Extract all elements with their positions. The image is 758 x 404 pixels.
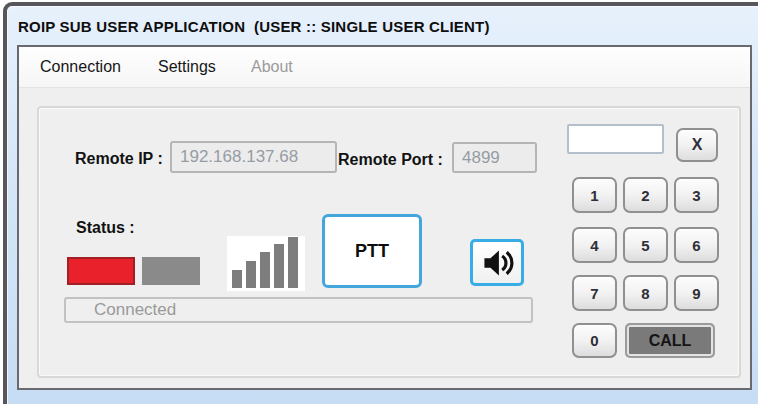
remote-port-label: Remote Port :: [338, 151, 443, 169]
signal-bar: [232, 270, 242, 288]
keypad-key-6[interactable]: 6: [674, 227, 719, 263]
keypad-key-8[interactable]: 8: [623, 275, 668, 311]
keypad-display-input[interactable]: [567, 124, 664, 154]
remote-port-input: [452, 142, 537, 173]
remote-ip-label: Remote IP :: [75, 150, 163, 168]
keypad-key-2[interactable]: 2: [623, 177, 668, 213]
keypad-key-0[interactable]: 0: [572, 323, 617, 358]
ptt-button[interactable]: PTT: [322, 214, 422, 288]
menu-bar: Connection Settings About: [19, 47, 750, 88]
keypad-key-9[interactable]: 9: [674, 275, 719, 311]
speaker-icon: [481, 249, 514, 277]
status-active-indicator: [67, 257, 135, 285]
menu-item-connection[interactable]: Connection: [40, 47, 121, 87]
window-title: ROIP SUB USER APPLICATION (USER :: SINGL…: [18, 8, 490, 44]
signal-bar: [274, 244, 284, 288]
keypad-key-1[interactable]: 1: [572, 177, 617, 213]
remote-ip-input: [170, 141, 337, 173]
call-button[interactable]: CALL: [625, 323, 715, 358]
keypad-key-5[interactable]: 5: [623, 227, 668, 263]
menu-item-settings[interactable]: Settings: [158, 47, 216, 87]
status-message-box: Connected: [64, 297, 533, 323]
app-window: ROIP SUB USER APPLICATION (USER :: SINGL…: [0, 0, 758, 404]
speaker-button[interactable]: [470, 239, 524, 286]
keypad-clear-button[interactable]: X: [676, 128, 718, 162]
keypad-key-4[interactable]: 4: [572, 227, 617, 263]
signal-bar: [288, 237, 298, 288]
signal-bars-icon: [227, 236, 305, 291]
menu-item-about: About: [251, 47, 293, 87]
signal-bar: [246, 261, 256, 288]
signal-bar: [260, 252, 270, 288]
keypad-key-7[interactable]: 7: [572, 275, 617, 311]
status-label: Status :: [76, 219, 135, 237]
keypad-key-3[interactable]: 3: [674, 177, 719, 213]
status-idle-indicator: [142, 257, 200, 285]
